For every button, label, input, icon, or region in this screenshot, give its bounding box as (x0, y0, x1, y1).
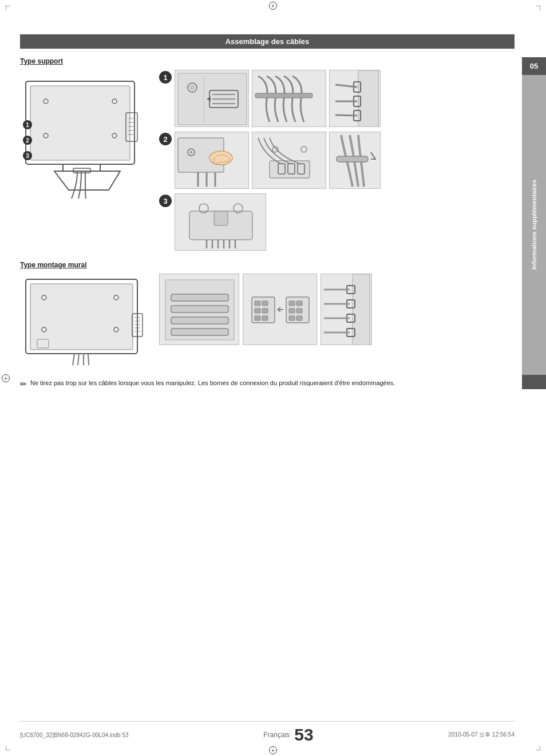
sidebar-stripe (522, 375, 546, 389)
reg-mark-left (1, 374, 10, 383)
svg-rect-71 (255, 301, 260, 306)
note-text: Ne tirez pas trop sur les câbles lorsque… (30, 379, 395, 386)
step3-img1 (175, 193, 266, 251)
svg-rect-26 (358, 70, 378, 127)
corner-mark-tr (536, 6, 540, 10)
bullet-2: 2 (23, 136, 32, 145)
step3-images (175, 193, 266, 251)
corner-mark-br (536, 746, 540, 750)
sidebar-text-container: Informations supplémentaires (522, 75, 546, 375)
step2-images (175, 132, 381, 189)
svg-rect-78 (296, 301, 302, 306)
section-type-mural: Type montage mural (20, 261, 515, 371)
corner-mark-bl (6, 746, 10, 750)
title-bar: Assemblage des câbles (20, 34, 515, 49)
section1-diagrams: 1 2 3 1 (20, 70, 515, 251)
step1-images (175, 70, 381, 127)
svg-point-33 (190, 151, 192, 153)
note-icon: ✏ (20, 379, 27, 389)
step3-row: 3 (159, 193, 515, 251)
step3-badge: 3 (159, 195, 172, 207)
footer-page: 53 (294, 725, 313, 745)
footer-right: 2010-05-07 오후 12:56:54 (448, 731, 515, 739)
step1-img3 (329, 70, 381, 127)
tv-back-svg (20, 70, 155, 204)
svg-rect-2 (63, 164, 100, 171)
svg-rect-72 (262, 301, 268, 306)
section2-label: Type montage mural (20, 261, 515, 269)
section1-label: Type support (20, 57, 515, 65)
svg-rect-24 (255, 93, 312, 98)
step2-badge: 2 (159, 133, 172, 145)
section-type-support: Type support (20, 57, 515, 251)
footer-left: [UC8700_32]BN68-02842G-00L04.indb 53 (20, 732, 129, 738)
wall-img3 (321, 274, 372, 345)
bullet-3: 3 (23, 151, 32, 160)
step2-img2 (252, 132, 326, 189)
svg-rect-76 (262, 316, 268, 320)
section2-diagrams (20, 274, 515, 371)
footer-lang: Français (263, 731, 290, 739)
bullet-1: 1 (23, 120, 32, 129)
svg-rect-73 (255, 308, 260, 313)
sidebar-text: Informations supplémentaires (531, 180, 537, 270)
right-steps: 1 (159, 70, 515, 251)
svg-rect-48 (214, 211, 228, 225)
svg-rect-66 (171, 317, 228, 324)
svg-rect-64 (171, 294, 228, 301)
step1-img2 (252, 70, 326, 127)
sidebar: 05 Informations supplémentaires (522, 57, 546, 389)
svg-rect-81 (289, 316, 295, 320)
reg-mark-top (268, 1, 278, 10)
svg-rect-74 (262, 308, 268, 313)
sidebar-number: 05 (522, 57, 546, 75)
page-number-area: Français 53 (263, 725, 313, 745)
wall-img1 (159, 274, 239, 345)
svg-rect-75 (255, 316, 260, 320)
step1-img1 (175, 70, 249, 127)
svg-rect-80 (296, 308, 302, 313)
svg-rect-82 (296, 316, 302, 320)
note-section: ✏ Ne tirez pas trop sur les câbles lorsq… (20, 379, 515, 389)
step2-img3 (329, 132, 381, 189)
reg-mark-bottom (268, 746, 278, 755)
wall-tv-diagram (20, 274, 155, 371)
main-content: Assemblage des câbles Type support (20, 34, 515, 389)
tv-back-diagram: 1 2 3 (20, 70, 155, 204)
page-container: 05 Informations supplémentaires Assembla… (0, 0, 546, 756)
svg-rect-79 (289, 308, 295, 313)
wall-mount-images (159, 274, 372, 345)
svg-rect-23 (252, 70, 326, 127)
step2-img1 (175, 132, 249, 189)
svg-rect-65 (171, 306, 228, 312)
corner-mark-tl (6, 6, 10, 10)
step1-badge: 1 (159, 71, 172, 84)
svg-rect-43 (337, 156, 368, 162)
svg-rect-50 (30, 284, 133, 350)
page-footer: [UC8700_32]BN68-02842G-00L04.indb 53 Fra… (20, 721, 515, 745)
svg-rect-77 (289, 301, 295, 306)
wall-img2 (243, 274, 317, 345)
svg-rect-1 (30, 86, 130, 160)
svg-rect-67 (171, 328, 228, 335)
step1-row: 1 (159, 70, 515, 127)
step2-row: 2 (159, 132, 515, 189)
